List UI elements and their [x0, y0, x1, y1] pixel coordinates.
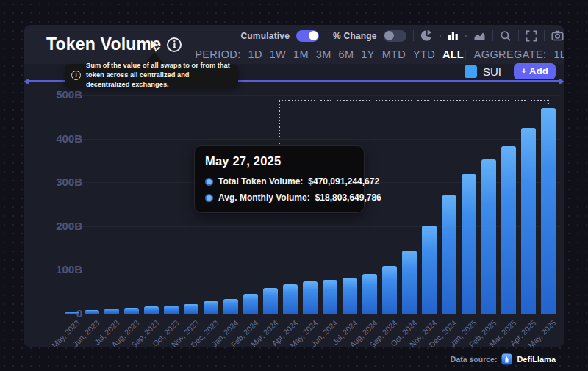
- defillama-logo-icon: [501, 353, 512, 365]
- toggle-knob: [384, 31, 394, 40]
- period-option-3m[interactable]: 3M: [316, 48, 331, 60]
- series-bullet-icon: [205, 194, 213, 202]
- tooltip-date: May 27, 2025: [205, 154, 354, 168]
- bar-dec-2023[interactable]: [204, 301, 218, 314]
- bar-sep-2023[interactable]: [144, 306, 159, 314]
- bar-oct-2024[interactable]: [402, 251, 417, 314]
- legend: SUI + Add: [465, 63, 556, 79]
- search-icon[interactable]: [500, 29, 512, 43]
- series-bullet-icon: [205, 178, 213, 186]
- fullscreen-icon[interactable]: [526, 29, 537, 43]
- period-option-ytd[interactable]: YTD: [413, 48, 435, 60]
- bar-feb-2024[interactable]: [243, 294, 258, 314]
- y-axis-tick: 400B: [43, 132, 82, 145]
- app-root: Token Volume i Cumulative % Change: [0, 0, 588, 371]
- divider: [492, 30, 493, 41]
- timeline-right-cap: [559, 79, 564, 84]
- bar-apr-2025[interactable]: [521, 128, 536, 314]
- gridline-500B: [65, 95, 560, 96]
- bar-may-2024[interactable]: [303, 281, 318, 314]
- tooltip-connector-drop: [548, 100, 549, 108]
- divider: [518, 30, 519, 41]
- percent-change-label: % Change: [333, 31, 377, 41]
- bar-nov-2024[interactable]: [422, 226, 437, 314]
- tooltip-row: Avg. Monthly Volume: $18,803,649,786: [205, 192, 354, 203]
- period-option-1d[interactable]: 1D: [248, 48, 262, 60]
- period-option-6m[interactable]: 6M: [339, 48, 354, 60]
- header-controls: Cumulative % Change: [182, 25, 564, 64]
- aggregate-option-1d[interactable]: 1D: [553, 48, 564, 60]
- tooltip-row-value: $470,091,244,672: [308, 176, 379, 187]
- tooltip-row-label: Total Token Volume:: [218, 176, 303, 187]
- page-title: Token Volume: [46, 35, 161, 54]
- period-option-all[interactable]: ALL: [442, 48, 464, 60]
- bar-nov-2023[interactable]: [184, 304, 198, 314]
- percent-change-toggle[interactable]: [384, 30, 406, 42]
- tooltip-row-label: Avg. Monthly Volume:: [218, 192, 310, 203]
- gridline-400B: [65, 139, 560, 140]
- divider: [326, 30, 326, 41]
- cumulative-label: Cumulative: [240, 31, 290, 41]
- chart-tooltip: May 27, 2025 Total Token Volume: $470,09…: [194, 145, 365, 213]
- panel-header: Token Volume i Cumulative % Change: [24, 25, 564, 64]
- period-options: 1D1W1M3M6M1YMTDYTDALL: [248, 48, 464, 60]
- data-source-label: Data source:: [451, 355, 498, 364]
- y-axis-tick: 100B: [43, 263, 82, 275]
- legend-color-swatch[interactable]: [465, 65, 477, 78]
- bar-jun-2023[interactable]: [85, 310, 99, 314]
- bar-jan-2025[interactable]: [462, 174, 476, 314]
- bar-mar-2025[interactable]: [501, 146, 516, 314]
- period-label: PERIOD:: [195, 48, 240, 60]
- data-source-name: DefiLlama: [517, 355, 556, 364]
- bar-feb-2025[interactable]: [481, 159, 496, 314]
- divider: [413, 30, 414, 41]
- bar-may-2023[interactable]: [65, 312, 79, 314]
- y-axis-tick: 200B: [43, 220, 82, 232]
- divider-dot: [440, 35, 441, 37]
- bar-mar-2024[interactable]: [263, 288, 278, 314]
- tooltip-row: Total Token Volume: $470,091,244,672: [205, 176, 354, 187]
- info-icon-small: i: [71, 71, 81, 80]
- tooltip-connector-vertical: [279, 101, 280, 145]
- info-tooltip-text: Sum of the value of all swaps to or from…: [86, 61, 232, 90]
- tooltip-connector-horizontal: [279, 100, 549, 101]
- bar-aug-2023[interactable]: [124, 308, 139, 314]
- bar-dec-2024[interactable]: [442, 195, 456, 314]
- period-aggregate-row: PERIOD: 1D1W1M3M6M1YMTDYTDALL | AGGREGAT…: [182, 46, 564, 64]
- pie-chart-icon[interactable]: [420, 29, 433, 43]
- y-axis-tick: 300B: [43, 176, 82, 188]
- gridline-0: [65, 314, 560, 314]
- period-option-1y[interactable]: 1Y: [361, 48, 374, 60]
- bar-aug-2024[interactable]: [362, 274, 377, 314]
- mouse-cursor: [149, 39, 162, 53]
- info-tooltip: i Sum of the value of all swaps to or fr…: [65, 64, 238, 87]
- legend-series-name[interactable]: SUI: [483, 65, 501, 78]
- bar-jul-2023[interactable]: [104, 309, 119, 314]
- timeline-left-cap: [24, 79, 29, 84]
- toggle-knob: [309, 31, 318, 40]
- period-option-1w[interactable]: 1W: [270, 48, 286, 60]
- period-group: PERIOD: 1D1W1M3M6M1YMTDYTDALL: [195, 48, 464, 60]
- aggregate-group: | AGGREGATE: 1D1W1M: [464, 48, 564, 60]
- bar-sep-2024[interactable]: [382, 266, 397, 314]
- period-option-mtd[interactable]: MTD: [382, 48, 406, 60]
- bar-chart-icon[interactable]: [448, 29, 459, 43]
- cumulative-toggle[interactable]: [296, 30, 319, 42]
- bar-apr-2024[interactable]: [283, 284, 298, 314]
- bar-may-2025[interactable]: [541, 108, 556, 314]
- data-source: Data source: DefiLlama: [451, 353, 556, 365]
- add-series-button[interactable]: + Add: [514, 63, 556, 79]
- bar-jan-2024[interactable]: [223, 299, 238, 314]
- divider-dot: [465, 35, 467, 37]
- bar-jul-2024[interactable]: [343, 278, 357, 314]
- aggregate-options: 1D1W1M: [553, 48, 564, 60]
- camera-icon[interactable]: [551, 29, 564, 43]
- period-option-1m[interactable]: 1M: [293, 48, 309, 60]
- area-chart-icon[interactable]: [473, 29, 486, 43]
- bar-oct-2023[interactable]: [164, 306, 179, 314]
- controls-row: Cumulative % Change: [182, 27, 564, 45]
- aggregate-label: AGGREGATE:: [474, 48, 547, 60]
- bar-jun-2024[interactable]: [323, 280, 337, 314]
- info-icon[interactable]: i: [167, 37, 182, 52]
- divider: [544, 30, 545, 41]
